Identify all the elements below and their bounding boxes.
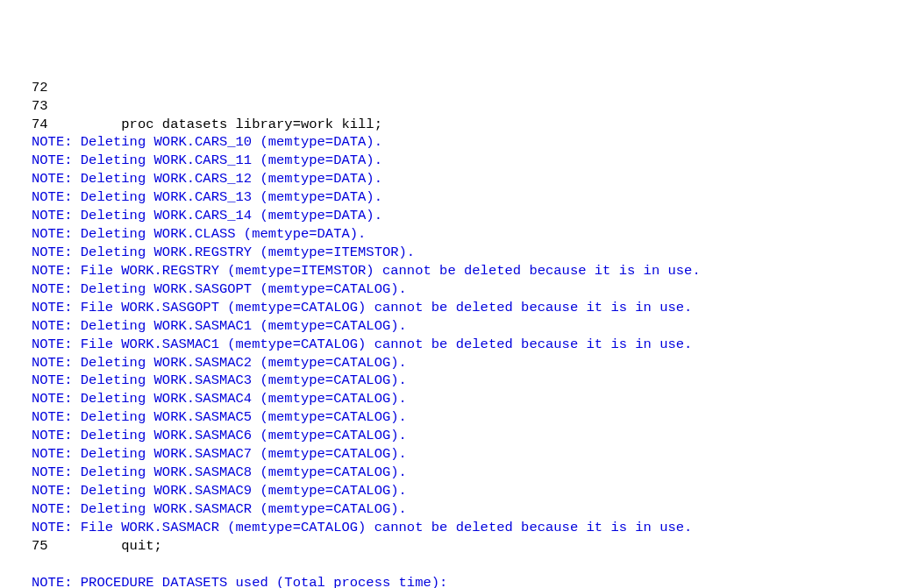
log-line: NOTE: Deleting WORK.SASMAC7 (memtype=CAT… xyxy=(32,445,898,464)
log-line: NOTE: Deleting WORK.CARS_12 (memtype=DAT… xyxy=(32,170,898,188)
log-line: NOTE: Deleting WORK.CARS_10 (memtype=DAT… xyxy=(32,133,898,152)
log-line: NOTE: Deleting WORK.SASMAC2 (memtype=CAT… xyxy=(32,354,898,372)
log-line: 74 proc datasets library=work kill; xyxy=(32,116,898,134)
log-line: NOTE: Deleting WORK.SASMAC9 (memtype=CAT… xyxy=(32,482,898,500)
log-line: 73 xyxy=(32,97,898,116)
log-line: NOTE: Deleting WORK.SASMAC8 (memtype=CAT… xyxy=(32,464,898,482)
log-line: NOTE: Deleting WORK.CARS_14 (memtype=DAT… xyxy=(32,207,898,225)
log-line: NOTE: Deleting WORK.SASMAC5 (memtype=CAT… xyxy=(32,408,898,427)
sas-log-output: 72 73 74 proc datasets library=work kill… xyxy=(32,79,898,588)
log-line: NOTE: Deleting WORK.CARS_11 (memtype=DAT… xyxy=(32,152,898,170)
log-line: NOTE: File WORK.SASMAC1 (memtype=CATALOG… xyxy=(32,336,898,354)
log-line: 72 xyxy=(32,79,898,97)
log-line: NOTE: Deleting WORK.SASMAC6 (memtype=CAT… xyxy=(32,427,898,445)
log-line: NOTE: Deleting WORK.SASMAC4 (memtype=CAT… xyxy=(32,390,898,408)
log-line: NOTE: Deleting WORK.CARS_13 (memtype=DAT… xyxy=(32,188,898,207)
log-line: 75 quit; xyxy=(32,537,898,556)
log-line: NOTE: File WORK.SASGOPT (memtype=CATALOG… xyxy=(32,299,898,317)
log-line: NOTE: Deleting WORK.REGSTRY (memtype=ITE… xyxy=(32,244,898,262)
log-line: NOTE: Deleting WORK.SASGOPT (memtype=CAT… xyxy=(32,280,898,299)
log-line: NOTE: Deleting WORK.SASMAC1 (memtype=CAT… xyxy=(32,317,898,336)
log-line: NOTE: Deleting WORK.CLASS (memtype=DATA)… xyxy=(32,225,898,244)
log-line: NOTE: Deleting WORK.SASMACR (memtype=CAT… xyxy=(32,500,898,519)
log-line: NOTE: Deleting WORK.SASMAC3 (memtype=CAT… xyxy=(32,372,898,390)
log-line: NOTE: File WORK.SASMACR (memtype=CATALOG… xyxy=(32,519,898,537)
log-line: NOTE: File WORK.REGSTRY (memtype=ITEMSTO… xyxy=(32,262,898,280)
log-line: NOTE: PROCEDURE DATASETS used (Total pro… xyxy=(32,574,898,588)
log-line xyxy=(32,556,898,574)
